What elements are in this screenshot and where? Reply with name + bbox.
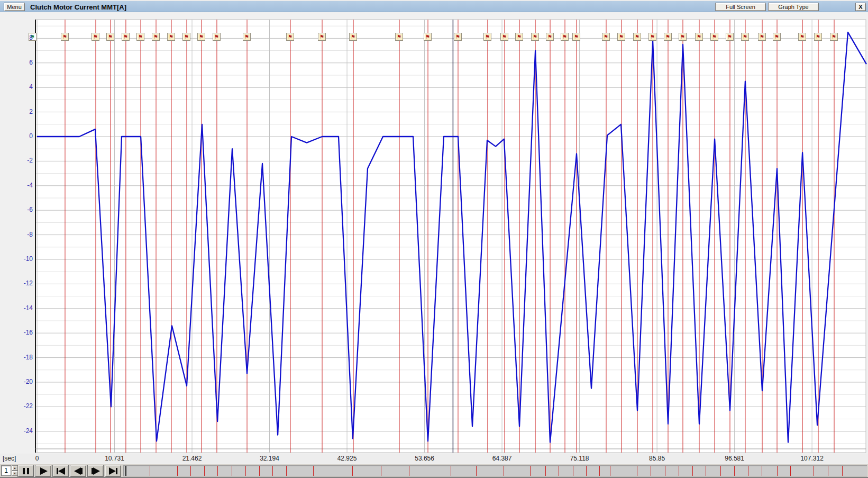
event-flag-icon[interactable]: ⚑ xyxy=(286,33,294,41)
event-flag-icon[interactable]: ⚑ xyxy=(531,33,539,41)
step-forward-button[interactable] xyxy=(87,465,104,477)
timeline-event-tick xyxy=(177,466,178,476)
event-flag-icon[interactable]: ⚑ xyxy=(92,33,99,41)
timeline-event-tick xyxy=(748,466,748,476)
timeline-event-tick xyxy=(734,466,735,476)
timeline-position-cursor[interactable] xyxy=(125,466,126,476)
event-flag-icon[interactable]: ⚑ xyxy=(830,33,838,41)
x-tick-label: 32.194 xyxy=(254,455,286,462)
y-tick-label: -4 xyxy=(11,182,33,189)
step-forward-icon xyxy=(90,467,101,475)
event-flag-icon[interactable]: ⚑ xyxy=(695,33,703,41)
timeline-event-tick xyxy=(217,466,218,476)
event-flag-icon[interactable]: ⚑ xyxy=(515,33,523,41)
event-flag-icon[interactable]: ⚑ xyxy=(798,33,806,41)
timeline-event-tick xyxy=(720,466,721,476)
y-tick-label: -22 xyxy=(11,402,33,410)
x-tick-label: 64.387 xyxy=(486,455,518,462)
current-chart[interactable] xyxy=(0,12,868,454)
timeline-event-tick xyxy=(476,466,477,476)
event-flag-icon[interactable]: ⚑ xyxy=(182,33,190,41)
event-flag-icon[interactable]: ⚑ xyxy=(617,33,625,41)
event-flag-icon[interactable]: ⚑ xyxy=(648,33,656,41)
skip-to-start-button[interactable] xyxy=(52,465,69,477)
x-axis-label-row: [sec] 010.73121.46232.19442.92553.65664.… xyxy=(0,454,868,464)
timeline-event-tick xyxy=(559,466,559,476)
x-tick-label: 10.731 xyxy=(99,455,131,462)
application-window: Menu Clutch Motor Current MMT[A] Full Sc… xyxy=(0,0,868,478)
event-flag-icon[interactable]: ⚑ xyxy=(726,33,734,41)
x-tick-label: 96.581 xyxy=(719,455,751,462)
title-bar: Menu Clutch Motor Current MMT[A] Full Sc… xyxy=(0,0,868,12)
event-flag-icon[interactable]: ⚑ xyxy=(152,33,160,41)
event-flag-icon[interactable]: ⚑ xyxy=(395,33,403,41)
event-flag-icon[interactable]: ⚑ xyxy=(106,33,114,41)
event-flag-icon[interactable]: ⚑ xyxy=(167,33,175,41)
x-tick-label: 53.656 xyxy=(409,455,441,462)
event-flag-icon[interactable]: ⚑ xyxy=(213,33,221,41)
event-flag-icon[interactable]: ⚑ xyxy=(243,33,251,41)
x-tick-label: 21.462 xyxy=(176,455,208,462)
timeline-event-tick xyxy=(259,466,260,476)
timeline-event-tick xyxy=(762,466,762,476)
event-flag-icon[interactable]: ⚑ xyxy=(814,33,822,41)
timeline-event-tick xyxy=(381,466,381,476)
timeline-event-tick xyxy=(352,466,353,476)
play-button[interactable] xyxy=(35,465,51,477)
skip-to-end-icon xyxy=(108,467,118,475)
event-flag-icon[interactable]: ⚑ xyxy=(454,33,462,41)
event-flag-icon[interactable]: ⚑ xyxy=(61,33,69,41)
event-flag-icon[interactable]: ⚑ xyxy=(679,33,687,41)
event-flag-icon[interactable]: ⚑ xyxy=(572,33,580,41)
event-flag-icon[interactable]: ⚑ xyxy=(122,33,130,41)
timeline-event-tick xyxy=(286,466,287,476)
step-back-icon xyxy=(73,467,84,475)
timeline-event-tick xyxy=(272,466,273,476)
menu-button[interactable]: Menu xyxy=(4,3,25,11)
event-flag-icon[interactable]: ⚑ xyxy=(561,33,569,41)
interval-input[interactable]: 1 xyxy=(1,465,11,476)
event-flag-icon[interactable]: ⚑ xyxy=(318,33,326,41)
timeline-event-tick xyxy=(232,466,232,476)
event-flag-icon[interactable]: ⚑ xyxy=(197,33,205,41)
event-flag-icon[interactable]: ⚑ xyxy=(741,33,749,41)
event-flag-icon[interactable]: ⚑ xyxy=(546,33,554,41)
event-flag-icon[interactable]: ⚑ xyxy=(758,33,766,41)
event-flag-icon[interactable]: ⚑ xyxy=(349,33,357,41)
timeline-event-tick xyxy=(706,466,706,476)
timeline-event-tick xyxy=(665,466,665,476)
graph-type-button[interactable]: Graph Type xyxy=(768,3,819,11)
event-flag-icon[interactable]: ⚑ xyxy=(500,33,508,41)
timeline-event-tick xyxy=(150,466,150,476)
pause-icon xyxy=(21,467,31,475)
event-flag-icon[interactable]: ⚑ xyxy=(602,33,610,41)
y-tick-label: -8 xyxy=(11,231,33,238)
timeline-event-tick xyxy=(451,466,451,476)
skip-to-end-button[interactable] xyxy=(105,465,121,477)
event-flag-icon[interactable]: ⚑ xyxy=(664,33,672,41)
x-tick-label: 107.312 xyxy=(796,455,828,462)
event-flag-icon[interactable]: ⚑ xyxy=(136,33,144,41)
plot-background xyxy=(35,20,866,453)
timeline-event-tick xyxy=(814,466,814,476)
pause-button[interactable] xyxy=(17,465,34,477)
skip-to-start-icon xyxy=(56,467,66,475)
step-back-button[interactable] xyxy=(70,465,86,477)
transport-bar: 1 ▲ ▼ xyxy=(0,464,868,477)
close-button[interactable]: X xyxy=(855,3,866,11)
timeline-event-tick xyxy=(651,466,651,476)
event-flag-icon[interactable]: ⚑ xyxy=(710,33,718,41)
timeline-event-tick xyxy=(842,466,843,476)
x-tick-label: 42.925 xyxy=(331,455,363,462)
x-tick-label: 0 xyxy=(21,455,53,462)
event-flag-icon[interactable]: ⚑ xyxy=(633,33,641,41)
y-tick-label: -2 xyxy=(11,157,33,164)
full-screen-button[interactable]: Full Screen xyxy=(715,3,766,11)
event-flag-icon[interactable]: ⚑ xyxy=(424,33,432,41)
event-flag-icon[interactable]: ⚑ xyxy=(483,33,491,41)
timeline-scrubber[interactable] xyxy=(123,465,867,476)
y-tick-label: -6 xyxy=(11,206,33,213)
event-flag-icon[interactable]: ⚑ xyxy=(773,33,781,41)
timeline-event-tick xyxy=(545,466,546,476)
y-tick-label: 4 xyxy=(11,83,33,91)
